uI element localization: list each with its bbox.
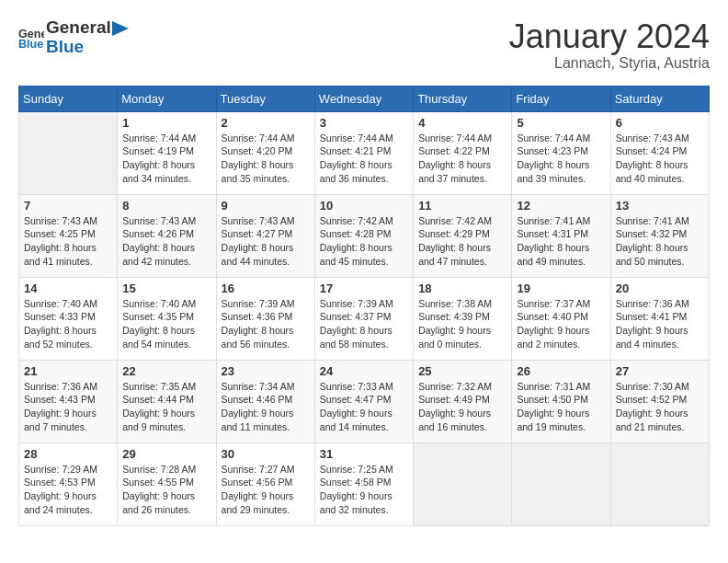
logo-general-text: General <box>46 17 111 37</box>
day-number: 2 <box>222 116 310 130</box>
day-number: 29 <box>122 447 210 461</box>
day-info: Sunrise: 7:43 AMSunset: 4:26 PMDaylight:… <box>122 214 210 269</box>
logo-icon: General Blue <box>18 25 44 51</box>
day-info: Sunrise: 7:28 AMSunset: 4:55 PMDaylight:… <box>122 463 210 517</box>
table-row: 16Sunrise: 7:39 AMSunset: 4:36 PMDayligh… <box>216 277 314 360</box>
table-row: 19Sunrise: 7:37 AMSunset: 4:40 PMDayligh… <box>512 277 610 360</box>
table-row: 14Sunrise: 7:40 AMSunset: 4:33 PMDayligh… <box>19 277 118 360</box>
day-info: Sunrise: 7:29 AMSunset: 4:53 PMDaylight:… <box>24 463 112 517</box>
table-row: 30Sunrise: 7:27 AMSunset: 4:56 PMDayligh… <box>216 442 314 525</box>
day-number: 27 <box>616 364 704 378</box>
day-info: Sunrise: 7:39 AMSunset: 4:37 PMDaylight:… <box>320 297 408 351</box>
table-row: 12Sunrise: 7:41 AMSunset: 4:31 PMDayligh… <box>512 194 610 277</box>
day-info: Sunrise: 7:43 AMSunset: 4:25 PMDaylight:… <box>24 214 112 269</box>
table-row: 24Sunrise: 7:33 AMSunset: 4:47 PMDayligh… <box>314 360 413 442</box>
day-number: 10 <box>320 199 408 213</box>
day-info: Sunrise: 7:43 AMSunset: 4:24 PMDaylight:… <box>616 132 704 186</box>
day-info: Sunrise: 7:42 AMSunset: 4:29 PMDaylight:… <box>418 214 506 269</box>
col-friday: Friday <box>512 86 610 111</box>
table-row: 31Sunrise: 7:25 AMSunset: 4:58 PMDayligh… <box>314 442 413 525</box>
day-number: 14 <box>24 282 112 295</box>
day-info: Sunrise: 7:40 AMSunset: 4:33 PMDaylight:… <box>24 297 112 351</box>
day-number: 6 <box>616 116 704 130</box>
day-number: 17 <box>320 282 408 295</box>
day-number: 8 <box>122 199 210 213</box>
day-number: 7 <box>24 199 112 213</box>
title-section: January 2024 Lannach, Styria, Austria <box>509 18 710 72</box>
calendar-week-row: 1Sunrise: 7:44 AMSunset: 4:19 PMDaylight… <box>19 111 710 194</box>
day-info: Sunrise: 7:44 AMSunset: 4:23 PMDaylight:… <box>517 132 605 186</box>
table-row: 10Sunrise: 7:42 AMSunset: 4:28 PMDayligh… <box>314 194 413 277</box>
day-info: Sunrise: 7:34 AMSunset: 4:46 PMDaylight:… <box>222 380 310 434</box>
table-row: 17Sunrise: 7:39 AMSunset: 4:37 PMDayligh… <box>314 277 413 360</box>
table-row: 7Sunrise: 7:43 AMSunset: 4:25 PMDaylight… <box>19 194 118 277</box>
table-row: 11Sunrise: 7:42 AMSunset: 4:29 PMDayligh… <box>414 194 512 277</box>
table-row: 26Sunrise: 7:31 AMSunset: 4:50 PMDayligh… <box>512 360 610 442</box>
day-info: Sunrise: 7:39 AMSunset: 4:36 PMDaylight:… <box>222 297 310 351</box>
calendar-week-row: 14Sunrise: 7:40 AMSunset: 4:33 PMDayligh… <box>19 277 710 360</box>
svg-text:Blue: Blue <box>18 38 43 51</box>
day-number: 9 <box>222 199 310 213</box>
day-info: Sunrise: 7:36 AMSunset: 4:41 PMDaylight:… <box>616 297 704 351</box>
day-number: 5 <box>517 116 605 130</box>
day-number: 28 <box>24 447 112 461</box>
day-info: Sunrise: 7:32 AMSunset: 4:49 PMDaylight:… <box>418 380 506 434</box>
table-row <box>512 442 610 525</box>
table-row: 23Sunrise: 7:34 AMSunset: 4:46 PMDayligh… <box>216 360 314 442</box>
location-title: Lannach, Styria, Austria <box>509 55 710 72</box>
day-info: Sunrise: 7:33 AMSunset: 4:47 PMDaylight:… <box>320 380 408 434</box>
page-header: General Blue General Blue January 2024 L… <box>18 18 710 72</box>
day-number: 4 <box>418 116 506 130</box>
day-number: 15 <box>122 282 210 295</box>
day-info: Sunrise: 7:35 AMSunset: 4:44 PMDaylight:… <box>122 380 210 434</box>
day-number: 26 <box>517 364 605 378</box>
day-info: Sunrise: 7:37 AMSunset: 4:40 PMDaylight:… <box>517 297 605 351</box>
logo: General Blue General Blue <box>18 18 129 57</box>
table-row <box>414 442 512 525</box>
day-number: 31 <box>320 447 408 461</box>
col-sunday: Sunday <box>19 86 118 111</box>
col-wednesday: Wednesday <box>314 86 413 111</box>
table-row: 8Sunrise: 7:43 AMSunset: 4:26 PMDaylight… <box>118 194 216 277</box>
table-row: 28Sunrise: 7:29 AMSunset: 4:53 PMDayligh… <box>19 442 118 525</box>
table-row: 13Sunrise: 7:41 AMSunset: 4:32 PMDayligh… <box>610 194 709 277</box>
table-row: 1Sunrise: 7:44 AMSunset: 4:19 PMDaylight… <box>118 111 216 194</box>
calendar-week-row: 21Sunrise: 7:36 AMSunset: 4:43 PMDayligh… <box>19 360 710 442</box>
day-number: 1 <box>122 116 210 130</box>
day-number: 24 <box>320 364 408 378</box>
day-number: 23 <box>222 364 310 378</box>
calendar-table: Sunday Monday Tuesday Wednesday Thursday… <box>18 86 710 526</box>
day-number: 13 <box>616 199 704 213</box>
month-title: January 2024 <box>509 18 710 55</box>
day-number: 25 <box>418 364 506 378</box>
day-info: Sunrise: 7:25 AMSunset: 4:58 PMDaylight:… <box>320 463 408 517</box>
day-info: Sunrise: 7:36 AMSunset: 4:43 PMDaylight:… <box>24 380 112 434</box>
logo-arrow-icon <box>112 21 129 36</box>
table-row: 3Sunrise: 7:44 AMSunset: 4:21 PMDaylight… <box>314 111 413 194</box>
table-row: 25Sunrise: 7:32 AMSunset: 4:49 PMDayligh… <box>414 360 512 442</box>
table-row: 2Sunrise: 7:44 AMSunset: 4:20 PMDaylight… <box>216 111 314 194</box>
table-row: 18Sunrise: 7:38 AMSunset: 4:39 PMDayligh… <box>414 277 512 360</box>
col-monday: Monday <box>118 86 216 111</box>
day-number: 18 <box>418 282 506 295</box>
day-number: 22 <box>122 364 210 378</box>
day-info: Sunrise: 7:44 AMSunset: 4:22 PMDaylight:… <box>418 132 506 186</box>
day-info: Sunrise: 7:40 AMSunset: 4:35 PMDaylight:… <box>122 297 210 351</box>
logo-blue-text: Blue <box>46 38 129 57</box>
table-row: 6Sunrise: 7:43 AMSunset: 4:24 PMDaylight… <box>610 111 709 194</box>
table-row <box>19 111 118 194</box>
day-number: 16 <box>222 282 310 295</box>
col-tuesday: Tuesday <box>216 86 314 111</box>
table-row: 4Sunrise: 7:44 AMSunset: 4:22 PMDaylight… <box>414 111 512 194</box>
day-number: 19 <box>517 282 605 295</box>
day-info: Sunrise: 7:41 AMSunset: 4:31 PMDaylight:… <box>517 214 605 269</box>
day-info: Sunrise: 7:27 AMSunset: 4:56 PMDaylight:… <box>222 463 310 517</box>
day-info: Sunrise: 7:44 AMSunset: 4:21 PMDaylight:… <box>320 132 408 186</box>
table-row: 5Sunrise: 7:44 AMSunset: 4:23 PMDaylight… <box>512 111 610 194</box>
calendar-header-row: Sunday Monday Tuesday Wednesday Thursday… <box>19 86 710 111</box>
table-row: 9Sunrise: 7:43 AMSunset: 4:27 PMDaylight… <box>216 194 314 277</box>
day-number: 3 <box>320 116 408 130</box>
day-info: Sunrise: 7:30 AMSunset: 4:52 PMDaylight:… <box>616 380 704 434</box>
svg-marker-3 <box>112 21 129 36</box>
table-row: 29Sunrise: 7:28 AMSunset: 4:55 PMDayligh… <box>118 442 216 525</box>
